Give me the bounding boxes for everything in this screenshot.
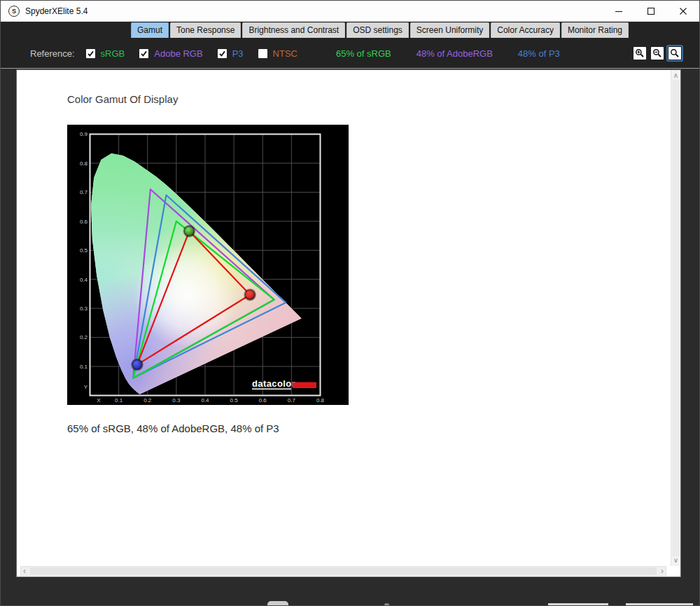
svg-text:0.7: 0.7 — [80, 189, 88, 195]
cutoff-dot-fragment — [384, 603, 389, 606]
tab-color-accuracy[interactable]: Color Accuracy — [491, 22, 560, 38]
app-chrome: GamutTone ResponseBrightness and Contras… — [1, 22, 699, 68]
reference-option-label: P3 — [232, 48, 244, 59]
checkmark-icon — [140, 50, 148, 57]
svg-text:0.6: 0.6 — [259, 397, 267, 404]
window-controls — [603, 1, 699, 21]
spyder-logo-icon: S — [8, 6, 20, 17]
svg-text:0.2: 0.2 — [80, 334, 88, 340]
vertical-scrollbar[interactable]: ∧ ∨ — [671, 70, 680, 566]
close-button[interactable] — [667, 1, 699, 21]
window-title: SpyderXElite 5.4 — [25, 6, 88, 16]
close-icon — [679, 7, 687, 15]
window-titlebar: S SpyderXElite 5.4 — [1, 1, 699, 22]
svg-text:0.5: 0.5 — [80, 247, 88, 254]
reference-option-label: sRGB — [101, 48, 125, 59]
svg-text:0.3: 0.3 — [172, 397, 181, 404]
svg-text:0.5: 0.5 — [230, 397, 239, 404]
checkbox-ntsc[interactable] — [258, 49, 267, 58]
zoom-out-button[interactable] — [651, 47, 664, 60]
tab-osd-settings[interactable]: OSD settings — [346, 22, 409, 38]
zoom-controls — [634, 47, 681, 60]
report-panel: Color Gamut Of Display 0.10.20.30.40.50.… — [16, 69, 681, 577]
svg-text:0.9: 0.9 — [80, 131, 88, 137]
checkbox-adobe-rgb[interactable] — [139, 49, 148, 58]
minimize-icon — [615, 7, 623, 15]
horizontal-scroll-thumb[interactable] — [30, 567, 657, 574]
reference-option-label: Adobe RGB — [154, 48, 202, 59]
svg-text:0.1: 0.1 — [80, 364, 88, 370]
svg-text:Y: Y — [84, 384, 88, 390]
checkbox-srgb[interactable] — [86, 49, 95, 58]
checkmark-icon — [218, 50, 226, 57]
horizontal-scrollbar[interactable]: ‹ › — [20, 566, 666, 576]
coverage-stat: 65% of sRGB — [336, 48, 391, 59]
svg-text:0.4: 0.4 — [80, 277, 88, 283]
cutoff-button-fragment-right — [626, 603, 693, 606]
zoom-out-icon — [652, 48, 662, 58]
svg-text:datacolor: datacolor — [252, 378, 295, 389]
tab-bar: GamutTone ResponseBrightness and Contras… — [131, 22, 629, 38]
tab-gamut[interactable]: Gamut — [131, 22, 169, 38]
tab-brightness-and-contrast[interactable]: Brightness and Contrast — [242, 22, 345, 38]
tab-tone-response[interactable]: Tone Response — [170, 22, 241, 38]
app-window: S SpyderXElite 5.4 GamutTone ResponseBri… — [0, 0, 700, 606]
gamut-coverage-caption: 65% of sRGB, 48% of AdobeRGB, 48% of P3 — [67, 422, 279, 434]
svg-text:0.6: 0.6 — [80, 219, 88, 225]
svg-text:0.4: 0.4 — [201, 397, 209, 404]
coverage-stat: 48% of AdobeRGB — [416, 48, 493, 59]
svg-text:X: X — [97, 397, 101, 404]
svg-text:0.7: 0.7 — [288, 397, 296, 404]
checkbox-p3[interactable] — [218, 49, 227, 58]
minimize-button[interactable] — [603, 1, 635, 21]
checkmark-icon — [87, 50, 94, 57]
reference-option-label: NTSC — [273, 48, 298, 59]
tab-screen-uniformity[interactable]: Screen Uniformity — [410, 22, 489, 38]
cutoff-button-fragment-left — [548, 603, 608, 606]
reference-options: sRGBAdobe RGBP3NTSC — [86, 48, 312, 59]
content-region: Color Gamut Of Display 0.10.20.30.40.50.… — [1, 68, 699, 605]
svg-text:0.1: 0.1 — [115, 397, 123, 404]
reference-bar: Reference: sRGBAdobe RGBP3NTSC 65% of sR… — [1, 40, 699, 67]
zoom-in-button[interactable] — [634, 47, 646, 60]
maximize-icon — [647, 7, 655, 15]
maximize-button[interactable] — [635, 1, 667, 21]
zoom-reset-button[interactable] — [668, 47, 681, 60]
cutoff-button-fragment — [267, 601, 288, 606]
reference-option-srgb: sRGB — [86, 48, 125, 59]
svg-text:0.2: 0.2 — [144, 397, 152, 404]
logo-letter: S — [12, 8, 16, 15]
svg-text:0.3: 0.3 — [80, 305, 88, 312]
chart-container: 0.10.20.30.40.50.60.70.8X0.10.20.30.40.5… — [67, 125, 349, 405]
scroll-up-icon[interactable]: ∧ — [671, 71, 680, 80]
vertical-scroll-thumb[interactable] — [672, 80, 680, 556]
gamut-coverage-stats: 65% of sRGB48% of AdobeRGB48% of P3 — [312, 48, 560, 59]
svg-text:0.8: 0.8 — [80, 160, 88, 167]
reference-option-p3: P3 — [218, 48, 244, 59]
reference-option-ntsc: NTSC — [258, 48, 298, 59]
zoom-reset-icon — [670, 48, 680, 58]
reference-label: Reference: — [30, 48, 75, 59]
cie-chromaticity-diagram: 0.10.20.30.40.50.60.70.8X0.10.20.30.40.5… — [67, 125, 349, 405]
scroll-right-icon[interactable]: › — [661, 567, 664, 575]
zoom-in-icon — [635, 48, 645, 58]
reference-option-adobe-rgb: Adobe RGB — [139, 48, 202, 59]
tab-monitor-rating[interactable]: Monitor Rating — [561, 22, 629, 38]
scroll-left-icon[interactable]: ‹ — [23, 567, 26, 575]
scroll-down-icon[interactable]: ∨ — [671, 556, 680, 565]
svg-text:0.8: 0.8 — [316, 397, 325, 404]
page-title: Color Gamut Of Display — [67, 93, 178, 105]
coverage-stat: 48% of P3 — [518, 48, 560, 59]
